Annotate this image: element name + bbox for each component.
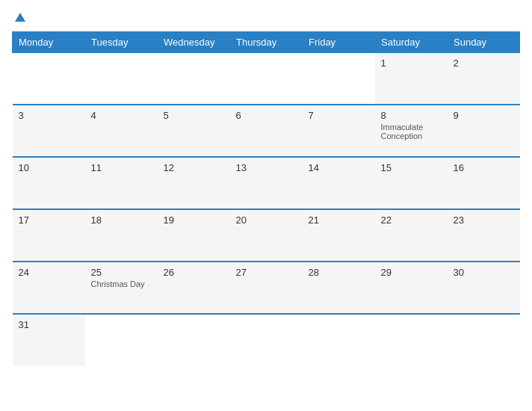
calendar-day-cell: 17 [13, 209, 85, 262]
calendar-day-cell: 3 [13, 105, 85, 157]
calendar-header [12, 12, 520, 22]
calendar-day-cell: 28 [303, 262, 375, 314]
day-number: 8 [381, 110, 442, 121]
logo [12, 12, 25, 22]
calendar-day-cell: 30 [448, 262, 520, 314]
calendar-day-cell: 27 [230, 262, 303, 314]
calendar-day-cell: 29 [375, 262, 448, 314]
calendar-week-row: 31 [13, 314, 520, 366]
day-number: 7 [309, 110, 369, 121]
day-number: 22 [381, 214, 442, 226]
calendar-day-cell: 22 [375, 209, 448, 262]
calendar-grid: MondayTuesdayWednesdayThursdayFridaySatu… [12, 31, 520, 367]
calendar-day-cell: 21 [303, 209, 375, 262]
day-number: 16 [454, 162, 514, 173]
day-number: 4 [91, 110, 152, 121]
calendar-day-cell: 24 [13, 262, 85, 314]
day-number: 29 [381, 267, 442, 278]
day-number: 10 [19, 162, 79, 173]
calendar-day-cell: 10 [13, 157, 85, 209]
calendar-day-cell: 25Christmas Day [85, 262, 158, 314]
calendar-day-cell [303, 314, 375, 366]
day-event: Immaculate Conception [381, 123, 442, 140]
day-number: 11 [91, 162, 152, 173]
day-number: 28 [309, 267, 369, 278]
weekday-header-wednesday: Wednesday [158, 31, 230, 52]
day-number: 27 [236, 267, 297, 278]
day-number: 30 [454, 267, 514, 278]
calendar-day-cell [448, 314, 520, 366]
calendar-day-cell: 14 [303, 157, 375, 209]
day-number: 3 [19, 110, 79, 121]
weekday-header-sunday: Sunday [448, 31, 520, 52]
calendar-day-cell: 11 [85, 157, 158, 209]
day-number: 24 [19, 267, 79, 278]
weekday-header-monday: Monday [13, 31, 85, 52]
calendar-day-cell [13, 52, 85, 105]
day-number: 15 [381, 162, 442, 173]
calendar-week-row: 2425Christmas Day2627282930 [13, 262, 520, 314]
calendar-day-cell: 15 [375, 157, 448, 209]
day-number: 19 [164, 214, 224, 226]
calendar-day-cell [85, 52, 158, 105]
day-number: 20 [236, 214, 297, 226]
calendar-container: MondayTuesdayWednesdayThursdayFridaySatu… [0, 0, 532, 411]
calendar-day-cell: 2 [448, 52, 520, 105]
calendar-day-cell: 12 [158, 157, 230, 209]
calendar-day-cell [303, 52, 375, 105]
day-number: 13 [236, 162, 297, 173]
day-number: 31 [19, 319, 79, 330]
calendar-day-cell: 5 [158, 105, 230, 157]
calendar-day-cell: 8Immaculate Conception [375, 105, 448, 157]
day-number: 6 [236, 110, 297, 121]
calendar-day-cell [230, 52, 303, 105]
calendar-day-cell: 4 [85, 105, 158, 157]
calendar-day-cell [230, 314, 303, 366]
day-number: 2 [454, 58, 514, 69]
calendar-week-row: 12 [13, 52, 520, 105]
day-number: 26 [164, 267, 224, 278]
day-event: Christmas Day [91, 279, 152, 288]
calendar-day-cell: 23 [448, 209, 520, 262]
weekday-header-row: MondayTuesdayWednesdayThursdayFridaySatu… [13, 31, 520, 52]
calendar-day-cell [375, 314, 448, 366]
day-number: 5 [164, 110, 224, 121]
calendar-week-row: 345678Immaculate Conception9 [13, 105, 520, 157]
calendar-day-cell: 7 [303, 105, 375, 157]
calendar-day-cell [158, 52, 230, 105]
weekday-header-tuesday: Tuesday [85, 31, 158, 52]
calendar-day-cell: 13 [230, 157, 303, 209]
calendar-week-row: 10111213141516 [13, 157, 520, 209]
calendar-day-cell [85, 314, 158, 366]
day-number: 9 [454, 110, 514, 121]
day-number: 14 [309, 162, 369, 173]
day-number: 17 [19, 214, 79, 226]
day-number: 18 [91, 214, 152, 226]
calendar-week-row: 17181920212223 [13, 209, 520, 262]
day-number: 23 [454, 214, 514, 226]
calendar-day-cell: 19 [158, 209, 230, 262]
calendar-day-cell: 16 [448, 157, 520, 209]
logo-general-text [12, 12, 25, 22]
day-number: 1 [381, 58, 442, 69]
calendar-day-cell: 1 [375, 52, 448, 105]
calendar-day-cell: 31 [13, 314, 85, 366]
day-number: 21 [309, 214, 369, 226]
weekday-header-saturday: Saturday [375, 31, 448, 52]
calendar-day-cell: 26 [158, 262, 230, 314]
calendar-day-cell: 9 [448, 105, 520, 157]
calendar-day-cell [158, 314, 230, 366]
logo-triangle-icon [15, 13, 25, 22]
day-number: 25 [91, 267, 152, 278]
weekday-header-friday: Friday [303, 31, 375, 52]
calendar-day-cell: 20 [230, 209, 303, 262]
calendar-day-cell: 18 [85, 209, 158, 262]
weekday-header-thursday: Thursday [230, 31, 303, 52]
calendar-day-cell: 6 [230, 105, 303, 157]
day-number: 12 [164, 162, 224, 173]
